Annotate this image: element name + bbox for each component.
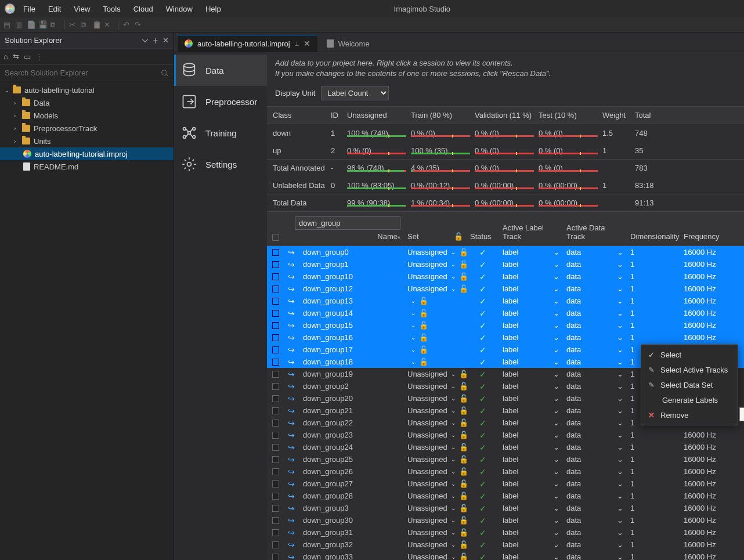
- undo-icon[interactable]: ↶: [123, 20, 132, 30]
- nav-training[interactable]: Training: [174, 117, 267, 149]
- session-data-track-select[interactable]: data⌄: [563, 345, 627, 354]
- tree-readme[interactable]: README.md: [0, 160, 174, 173]
- solution-search[interactable]: [0, 65, 174, 81]
- open-arrow-icon[interactable]: ↪: [284, 406, 299, 416]
- col-frequency[interactable]: Frequency: [680, 212, 721, 245]
- session-set-select[interactable]: Unassigned⌄🔓: [404, 394, 467, 403]
- session-set-select[interactable]: Unassigned⌄🔓: [404, 406, 467, 415]
- toolbar-icon[interactable]: ▤: [3, 20, 13, 30]
- ctx-select-active-tracks[interactable]: ✎Select Active Tracks: [641, 362, 738, 377]
- row-checkbox[interactable]: [272, 517, 279, 524]
- open-arrow-icon[interactable]: ↪: [284, 321, 299, 330]
- session-label-track-select[interactable]: label⌄: [499, 345, 563, 354]
- menu-window[interactable]: Window: [166, 5, 193, 13]
- menu-tools[interactable]: Tools: [103, 5, 120, 13]
- pin-icon[interactable]: [152, 37, 159, 44]
- lock-icon[interactable]: 🔓: [419, 333, 428, 342]
- toolbar-icon[interactable]: 📄: [27, 20, 36, 30]
- open-arrow-icon[interactable]: ↪: [284, 552, 299, 560]
- session-data-track-select[interactable]: data⌄: [563, 504, 627, 512]
- row-checkbox[interactable]: [272, 334, 279, 341]
- session-data-track-select[interactable]: data⌄: [563, 333, 627, 342]
- menu-file[interactable]: File: [23, 5, 35, 13]
- open-arrow-icon[interactable]: ↪: [284, 370, 299, 379]
- nav-settings[interactable]: Settings: [174, 149, 267, 180]
- row-checkbox[interactable]: [272, 273, 279, 280]
- session-row[interactable]: ↪ down_group15 ⌄🔓 ✓ label⌄ data⌄ 1 16000…: [267, 319, 744, 331]
- open-arrow-icon[interactable]: ↪: [284, 443, 299, 452]
- session-row[interactable]: ↪ down_group0 Unassigned⌄🔓 ✓ label⌄ data…: [267, 246, 744, 258]
- session-data-track-select[interactable]: data⌄: [563, 528, 627, 537]
- open-arrow-icon[interactable]: ↪: [284, 260, 299, 269]
- session-data-track-select[interactable]: data⌄: [563, 467, 627, 476]
- lock-icon[interactable]: 🔓: [419, 345, 428, 354]
- col-dimensionality[interactable]: Dimensionality: [627, 212, 680, 245]
- lock-icon[interactable]: 🔓: [419, 321, 428, 330]
- redo-icon[interactable]: ↷: [135, 20, 144, 30]
- session-set-select[interactable]: ⌄🔓: [404, 345, 467, 354]
- session-data-track-select[interactable]: data⌄: [563, 370, 627, 378]
- col-active-data-track[interactable]: Active Data Track: [563, 212, 627, 245]
- session-data-track-select[interactable]: data⌄: [563, 297, 627, 305]
- open-arrow-icon[interactable]: ↪: [284, 431, 299, 440]
- open-arrow-icon[interactable]: ↪: [284, 394, 299, 403]
- col-name[interactable]: Name: [377, 232, 398, 241]
- toolbar-icon[interactable]: 💾: [38, 20, 48, 30]
- session-data-track-select[interactable]: data⌄: [563, 479, 627, 488]
- session-set-select[interactable]: ⌄🔓: [404, 309, 467, 317]
- row-checkbox[interactable]: [272, 456, 279, 463]
- session-data-track-select[interactable]: data⌄: [563, 552, 627, 560]
- menu-edit[interactable]: Edit: [48, 5, 61, 13]
- open-arrow-icon[interactable]: ↪: [284, 382, 299, 391]
- session-set-select[interactable]: Unassigned⌄🔓: [404, 248, 467, 256]
- open-arrow-icon[interactable]: ↪: [284, 345, 299, 355]
- session-label-track-select[interactable]: label⌄: [499, 504, 563, 512]
- session-row[interactable]: ↪ down_group14 ⌄🔓 ✓ label⌄ data⌄ 1 16000…: [267, 307, 744, 319]
- session-data-track-select[interactable]: data⌄: [563, 382, 627, 391]
- session-data-track-select[interactable]: data⌄: [563, 321, 627, 330]
- open-arrow-icon[interactable]: ↪: [284, 248, 299, 257]
- session-label-track-select[interactable]: label⌄: [499, 492, 563, 500]
- session-label-track-select[interactable]: label⌄: [499, 406, 563, 415]
- row-checkbox[interactable]: [272, 480, 279, 487]
- menu-help[interactable]: Help: [205, 5, 221, 13]
- session-row[interactable]: ↪ down_group16 ⌄🔓 ✓ label⌄ data⌄ 1 16000…: [267, 331, 744, 344]
- session-data-track-select[interactable]: data⌄: [563, 516, 627, 525]
- session-label-track-select[interactable]: label⌄: [499, 540, 563, 549]
- open-arrow-icon[interactable]: ↪: [284, 540, 299, 550]
- open-arrow-icon[interactable]: ↪: [284, 504, 299, 513]
- open-arrow-icon[interactable]: ↪: [284, 284, 299, 294]
- session-label-track-select[interactable]: label⌄: [499, 431, 563, 439]
- session-data-track-select[interactable]: data⌄: [563, 418, 627, 427]
- row-checkbox[interactable]: [272, 468, 279, 475]
- tree-root[interactable]: ⌄auto-labelling-tutorial: [0, 84, 174, 96]
- tree-project-file[interactable]: auto-labelling-tutorial.improj: [0, 147, 174, 160]
- session-set-select[interactable]: Unassigned⌄🔓: [404, 260, 467, 269]
- nav-data[interactable]: Data: [174, 55, 267, 86]
- session-row[interactable]: ↪ down_group12 Unassigned⌄🔓 ✓ label⌄ dat…: [267, 283, 744, 295]
- open-arrow-icon[interactable]: ↪: [284, 418, 299, 428]
- session-label-track-select[interactable]: label⌄: [499, 552, 563, 560]
- lock-icon[interactable]: 🔓: [419, 297, 428, 305]
- session-set-select[interactable]: ⌄🔓: [404, 321, 467, 330]
- session-set-select[interactable]: Unassigned⌄🔓: [404, 540, 467, 549]
- session-label-track-select[interactable]: label⌄: [499, 284, 563, 293]
- row-checkbox[interactable]: [272, 529, 279, 536]
- session-set-select[interactable]: Unassigned⌄🔓: [404, 479, 467, 488]
- session-set-select[interactable]: Unassigned⌄🔓: [404, 467, 467, 476]
- session-label-track-select[interactable]: label⌄: [499, 467, 563, 476]
- session-data-track-select[interactable]: data⌄: [563, 284, 627, 293]
- session-label-track-select[interactable]: label⌄: [499, 321, 563, 330]
- row-checkbox[interactable]: [272, 407, 279, 414]
- session-row[interactable]: ↪ down_group13 ⌄🔓 ✓ label⌄ data⌄ 1 16000…: [267, 295, 744, 307]
- tree-folder-models[interactable]: ›Models: [0, 109, 174, 122]
- copy-icon[interactable]: ⧉: [81, 20, 90, 30]
- row-checkbox[interactable]: [272, 432, 279, 439]
- open-arrow-icon[interactable]: ↪: [284, 309, 299, 318]
- session-set-select[interactable]: Unassigned⌄🔓: [404, 504, 467, 512]
- session-set-select[interactable]: Unassigned⌄🔓: [404, 382, 467, 391]
- pin-icon[interactable]: ⟂: [295, 39, 299, 48]
- home-icon[interactable]: ⌂: [3, 52, 8, 61]
- sync-icon[interactable]: ⇆: [13, 52, 19, 61]
- lock-icon[interactable]: 🔓: [454, 232, 463, 241]
